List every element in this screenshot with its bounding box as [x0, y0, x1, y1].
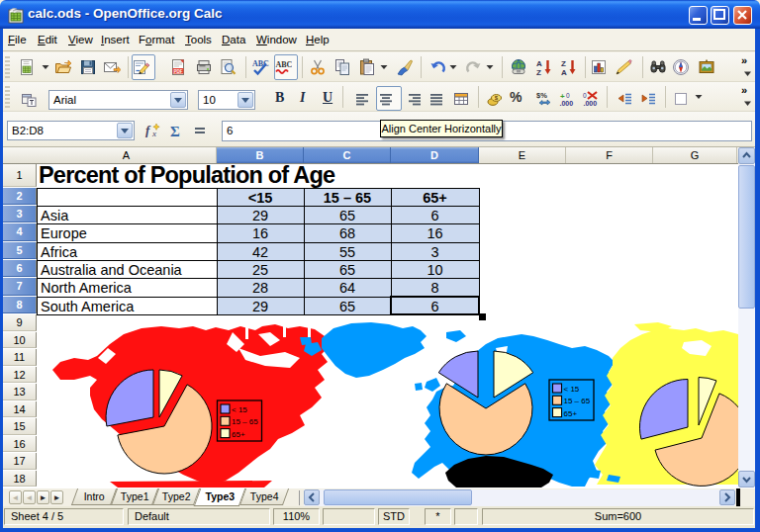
svg-text:0: 0: [566, 92, 570, 99]
svg-text:.000: .000: [584, 100, 598, 107]
svg-text:ABC: ABC: [252, 59, 269, 68]
svg-text:15 – 65: 15 – 65: [232, 417, 258, 426]
svg-text:< 15: < 15: [564, 385, 580, 394]
svg-text:Σ: Σ: [170, 124, 180, 139]
svg-text:$%: $%: [536, 91, 547, 100]
svg-text:Z: Z: [536, 68, 541, 77]
svg-text:ABC: ABC: [276, 60, 293, 69]
svg-text:65+: 65+: [232, 430, 245, 439]
svg-text:x: x: [151, 129, 156, 138]
svg-text:0: 0: [583, 92, 587, 99]
svg-text:15 – 65: 15 – 65: [564, 397, 591, 405]
svg-text:f: f: [145, 123, 151, 137]
svg-text:PDF: PDF: [174, 69, 183, 74]
svg-text:.000: .000: [560, 100, 574, 107]
svg-text:< 15: < 15: [232, 405, 247, 414]
svg-text:A: A: [561, 68, 567, 77]
svg-text:65+: 65+: [564, 409, 578, 418]
